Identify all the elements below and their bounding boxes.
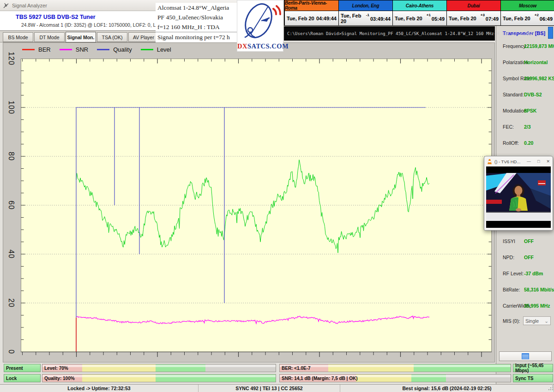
clock-offset: +2 [535,13,539,17]
clock-date: Tue, Feb 20 [287,16,314,21]
field-value: OFF [524,255,534,260]
tab-dt-mode[interactable]: DT Mode [34,32,65,42]
transponder-scroll-thumb[interactable] [548,27,553,39]
field-value: 0.20 [524,140,533,146]
y-tick-label: 20 [8,295,15,311]
y-tick-label: 80 [8,148,15,164]
field-label: Frequency: [503,43,527,49]
tab-av-player[interactable]: AV Player [128,32,159,42]
clock-cell: MoscowTue, Feb 20+206:49 [500,0,554,25]
legend-line-sample [60,49,72,50]
field-label: ISSYI [503,238,515,244]
clock-city: Moscow [501,0,554,11]
legend-item-quality: Quality [97,46,132,53]
satellite-dish-icon [237,0,283,42]
maximize-icon[interactable]: □ [537,159,540,164]
annotation-line: PF 450_Lučenec/Slovakia [156,12,237,22]
world-clocks: Berlin-Paris-Vienna-RomaTue, Feb 2004:49… [284,0,554,26]
legend-label: BER [38,46,51,53]
tuner-name: TBS 5927 USB DVB-S2 Tuner [16,14,96,20]
tv-title: () - TV6 HD... [494,159,520,164]
annotation-line: f=12 160 MHz_H : TDA [156,22,237,32]
field-label: Standard: [503,92,524,97]
tv-video-area[interactable] [486,166,551,228]
clock-offset: -1 [366,13,369,17]
legend-item-level: Level [141,46,171,53]
list-icon [522,353,529,359]
annotation-line: Signal monitoring per t=72 h [156,32,237,42]
resize-grip[interactable] [548,386,553,391]
vlc-cone-icon [487,159,492,165]
bar-label: SNR: 14,1 dB (Margin: 7,5 dB | OK) [282,374,357,382]
field-label: BitRate: [503,287,520,292]
field-label: FEC: [503,124,514,130]
transponder-field: FEC:2/3 [496,119,554,136]
signal-chart [21,59,492,359]
mis-dropdown[interactable]: Single ⌄ [523,316,551,325]
transponder-field: BitRate:58,316 Mbit/s [496,282,554,298]
clock-hm: +307:49 [481,15,499,22]
transponder-field: NPD:OFF [496,250,554,266]
clock-time: Tue, Feb 2004:49:44 [285,11,338,25]
clock-date: Tue, Feb 20 [449,16,476,21]
mis-value: Single [525,318,539,324]
legend-line-sample [22,49,35,50]
mis-row: MIS (0): Single ⌄ [496,315,554,328]
field-value: 2/3 [524,124,531,130]
clock-value: 07:49 [486,16,499,21]
clock-value: 05:49 [432,16,445,21]
legend-label: Quality [113,46,132,53]
quality-bar: Quality: 100% [42,374,276,382]
field-label: RF Level: [503,271,524,276]
clock-date: Tue, Feb 20 [395,16,422,21]
clock-city: Berlin-Paris-Vienna-Roma [285,0,338,11]
tab-tsa-ok-[interactable]: TSA (OK) [97,32,127,42]
bar-label: Quality: 100% [44,374,75,382]
field-value: 8PSK [524,108,536,113]
y-tick-label: 0 [8,344,15,360]
logo-text: DXSATCS.COM [237,42,283,50]
field-value: OFF [524,238,534,244]
transponder-field: CarrierWidth:35,995 MHz [496,298,554,315]
annotation-line: Alcomsat 1-24.8°W_Algeria [156,3,237,12]
tab-bs-mode[interactable]: BS Mode [3,32,33,42]
chevron-down-icon: ⌄ [544,318,548,324]
transponder-field: Modulation:8PSK [496,103,554,119]
chart-legend: BERSNRQualityLevel [22,44,171,54]
field-value: 12159,873 MHz [524,43,554,49]
clock-hm: +105:49 [427,15,445,22]
field-value: 29996,982 KS/s [524,76,554,81]
annotation-overlay: Alcomsat 1-24.8°W_Algeria PF 450_Lučenec… [156,3,237,42]
clock-value: 06:49 [540,16,553,21]
clock-value: 03:49:44 [370,16,391,21]
tv-titlebar[interactable]: () - TV6 HD... — □ ✕ [484,156,553,166]
field-value: 58,316 Mbit/s [524,287,554,292]
y-tick-label: 100 [8,100,15,115]
lock-badge: Lock [4,374,41,382]
transponder-field: Polarization:Horizontal [496,55,554,71]
clock-date: Tue, Feb 20 [503,16,530,21]
clock-city: Dubai [447,0,500,11]
field-value: 35,995 MHz [524,303,550,309]
clock-cell: Berlin-Paris-Vienna-RomaTue, Feb 2004:49… [284,0,338,25]
clock-hm: -103:49:44 [366,15,391,22]
tab-signal-mon-[interactable]: Signal Mon. [66,32,96,42]
tv-player-window: () - TV6 HD... — □ ✕ [484,156,553,231]
minimize-icon[interactable]: — [527,159,531,164]
close-icon[interactable]: ✕ [546,159,550,164]
window-title: Signal Analyzer [12,3,47,8]
clock-value: 04:49:44 [316,16,337,21]
clock-cell: London, EngTue, Feb 20-103:49:44 [338,0,392,25]
clock-hm: +206:49 [535,15,553,22]
field-label: NPD: [503,255,514,260]
transponder-fields-bottom: ISSYIOFFNPD:OFFRF Level:-37 dBmBitRate:5… [496,234,554,315]
legend-label: Level [157,46,171,53]
transponder-field: ISSYIOFF [496,234,554,250]
clock-time: Tue, Feb 20+307:49 [447,11,500,25]
transponder-list-button[interactable] [499,351,552,361]
transponder-field: Standard:DVB-S2 [496,87,554,103]
clock-date: Tue, Feb 20 [341,13,366,24]
clock-city: Cairo-Athens [393,0,446,11]
clock-city: London, Eng [339,0,392,11]
clock-offset: +3 [481,13,485,17]
